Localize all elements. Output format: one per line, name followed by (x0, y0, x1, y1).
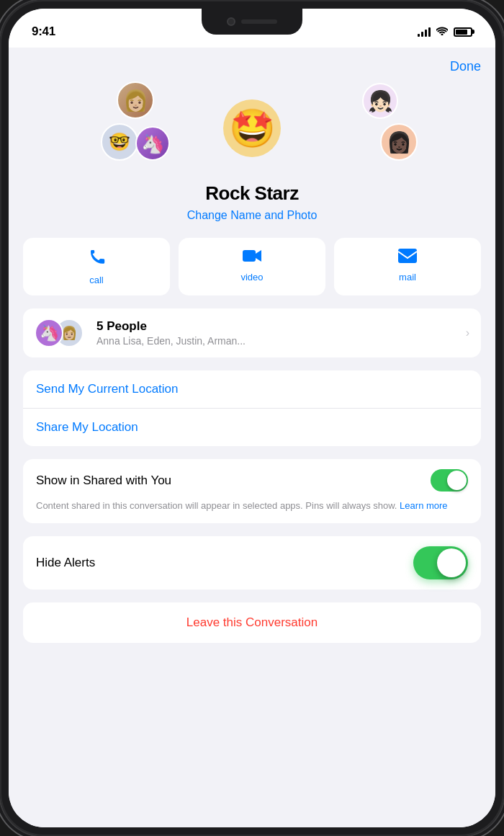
people-avatar-1: 🦄 (35, 319, 63, 347)
done-button[interactable]: Done (450, 59, 481, 74)
avatar-top-right: 👧🏻 (362, 83, 398, 119)
location-card: Send My Current Location Share My Locati… (23, 370, 481, 446)
shared-with-you-description: Content shared in this conversation will… (36, 499, 468, 513)
avatar-4-emoji: 👧🏻 (368, 89, 393, 113)
send-location-button[interactable]: Send My Current Location (23, 370, 481, 409)
main-content: Done 👩🏼 🤓 🦄 🤩 (9, 48, 495, 827)
phone-frame: 9:41 (0, 0, 504, 836)
change-name-link[interactable]: Change Name and Photo (23, 209, 481, 222)
shared-with-you-card: Show in Shared with You Content shared i… (23, 459, 481, 523)
leave-card: Leave this Conversation (23, 602, 481, 643)
signal-bar-2 (421, 32, 423, 37)
avatar-top-left: 👩🏼 (117, 81, 154, 119)
call-icon (87, 248, 106, 269)
video-button[interactable]: video (179, 238, 325, 295)
mail-icon (397, 248, 418, 266)
shared-with-you-row: Show in Shared with You (36, 469, 468, 492)
call-label: call (89, 275, 104, 285)
video-icon (242, 248, 262, 266)
avatar-3-emoji: 🦄 (141, 133, 164, 155)
people-count: 5 People (96, 319, 456, 334)
svg-rect-0 (243, 250, 256, 262)
leave-button[interactable]: Leave this Conversation (23, 602, 481, 643)
call-button[interactable]: call (23, 238, 170, 295)
shared-with-you-toggle[interactable] (431, 469, 468, 492)
status-time: 9:41 (32, 25, 55, 39)
main-emoji: 🤩 (229, 107, 276, 151)
avatar-cluster: 👩🏼 🤓 🦄 🤩 👧🏻 (23, 81, 481, 175)
people-card: 🦄 👩🏼 5 People Anna Lisa, Eden, Justin, A… (23, 308, 481, 357)
people-info: 5 People Anna Lisa, Eden, Justin, Arman.… (96, 319, 456, 347)
avatar-5-emoji: 👩🏿 (387, 130, 412, 154)
hide-alerts-card: Hide Alerts (23, 536, 481, 590)
learn-more-link[interactable]: Learn more (400, 500, 447, 511)
avatar-bottom-right: 👩🏿 (380, 123, 418, 161)
notch (202, 9, 302, 35)
group-name: Rock Starz (23, 182, 481, 205)
send-location-label: Send My Current Location (36, 382, 179, 396)
screen: 9:41 (9, 9, 495, 827)
avatar-bottom-left: 🤓 (101, 123, 138, 161)
header: Done (23, 48, 481, 81)
svg-rect-1 (398, 249, 417, 263)
share-location-button[interactable]: Share My Location (23, 409, 481, 446)
hide-alerts-label: Hide Alerts (36, 556, 95, 570)
battery-icon (454, 27, 472, 37)
hide-alerts-toggle[interactable] (413, 546, 468, 579)
video-label: video (240, 272, 263, 283)
notch-camera (227, 17, 235, 26)
avatar-1-emoji: 👩🏼 (123, 89, 148, 112)
status-icons (418, 26, 472, 37)
signal-bar-4 (428, 27, 431, 37)
avatar-main: 🤩 (223, 99, 281, 157)
share-location-label: Share My Location (36, 420, 138, 434)
mail-button[interactable]: mail (334, 238, 481, 295)
mail-label: mail (399, 272, 416, 283)
notch-speaker (241, 19, 277, 24)
action-buttons: call video (23, 238, 481, 295)
signal-bar-1 (418, 34, 420, 37)
signal-bars (418, 27, 431, 37)
chevron-right-icon: › (466, 326, 469, 339)
battery-fill (456, 30, 467, 35)
shared-with-you-label: Show in Shared with You (36, 473, 171, 488)
people-avatars: 🦄 👩🏼 (35, 319, 84, 347)
people-names: Anna Lisa, Eden, Justin, Arman... (96, 335, 456, 347)
wifi-icon (436, 26, 448, 37)
avatar-2-emoji: 🤓 (109, 132, 130, 152)
people-row[interactable]: 🦄 👩🏼 5 People Anna Lisa, Eden, Justin, A… (23, 308, 481, 357)
avatar-unicorn: 🦄 (135, 126, 170, 161)
signal-bar-3 (425, 30, 427, 37)
leave-label: Leave this Conversation (186, 615, 318, 629)
